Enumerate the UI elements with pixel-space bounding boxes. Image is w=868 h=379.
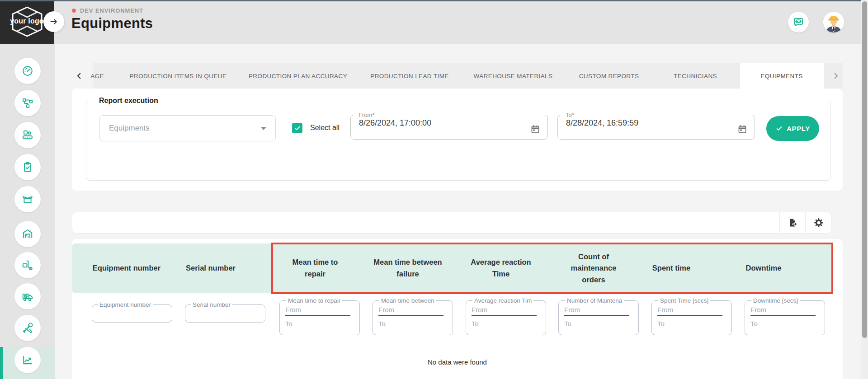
- filter-from-input[interactable]: [750, 304, 819, 315]
- sidebar-item-packages[interactable]: [14, 186, 41, 212]
- filter-from-input[interactable]: [564, 304, 633, 315]
- chevron-down-icon: [261, 127, 266, 130]
- production-conveyor-icon: [22, 129, 33, 141]
- sidebar-item-logistics[interactable]: [14, 252, 41, 278]
- to-date-input[interactable]: [565, 118, 714, 128]
- sidebar-item-warehouse[interactable]: [14, 221, 41, 247]
- tab-warehouse-materials[interactable]: WAREHOUSE MATERIALS: [474, 63, 553, 89]
- col-average-reaction-time: Average reaction Time: [462, 243, 539, 293]
- filter-from-input[interactable]: [657, 304, 726, 315]
- tab-production-lead-time[interactable]: PRODUCTION LEAD TIME: [370, 63, 449, 89]
- filter-label: Serial number: [191, 301, 232, 308]
- filter-label: Spent Time [secs]: [658, 297, 710, 304]
- package-open-box-icon: [22, 193, 33, 205]
- sidebar-item-reports[interactable]: [14, 347, 41, 373]
- arrow-right-icon: [49, 17, 58, 26]
- tab-production-items-in-queue[interactable]: PRODUCTION ITEMS IN QUEUE: [130, 63, 227, 89]
- filter-from-input[interactable]: [285, 304, 354, 315]
- workflow-nodes-icon: [22, 97, 33, 109]
- export-file-icon: [788, 218, 797, 228]
- page-title: Equipments: [71, 15, 153, 32]
- from-calendar-button[interactable]: [528, 122, 542, 136]
- environment-badge: DEV ENVIRONMENT: [72, 7, 143, 14]
- sidebar-item-orders[interactable]: [14, 154, 41, 180]
- filter-from-input[interactable]: [378, 304, 447, 315]
- filter-to-input[interactable]: [564, 318, 633, 329]
- select-all-checkbox[interactable]: [292, 123, 302, 133]
- tab-label: EQUIPMENTS: [760, 73, 802, 80]
- filter-to-input[interactable]: [750, 318, 819, 329]
- filter-divider: [378, 315, 443, 316]
- window-top-edge: [0, 0, 868, 1]
- report-type-select-value: Equipments: [109, 124, 261, 133]
- filter-divider: [472, 315, 537, 316]
- settings-gear-icon: [814, 218, 824, 228]
- tab-technicians[interactable]: TECHNICIANS: [674, 63, 717, 89]
- to-date-label: To*: [563, 112, 576, 118]
- filter-equipment-number-input[interactable]: [97, 308, 167, 319]
- sidebar-item-maintenance[interactable]: [14, 315, 41, 341]
- filter-number-of-maintenance: Number of Maintena: [558, 297, 639, 335]
- filter-divider: [564, 315, 629, 316]
- sidebar-nav: [0, 44, 55, 379]
- filter-to-input[interactable]: [378, 318, 447, 329]
- user-avatar: [823, 12, 844, 33]
- chevron-right-icon: [832, 72, 840, 80]
- apply-button[interactable]: APPLY: [766, 116, 819, 141]
- checklist-clipboard-icon: [22, 161, 33, 173]
- env-dot-icon: [72, 9, 76, 13]
- tabs-scroll-right-button[interactable]: [830, 70, 841, 81]
- check-icon: [775, 125, 783, 132]
- tab-label: PRODUCTION ITEMS IN QUEUE: [130, 73, 227, 80]
- table-settings-button[interactable]: [805, 212, 832, 233]
- filter-to-input[interactable]: [472, 318, 540, 329]
- col-serial-number: Serial number: [170, 243, 251, 293]
- tab-label: PRODUCTION PLAN ACCURACY: [249, 73, 347, 80]
- report-type-select[interactable]: Equipments: [99, 115, 276, 141]
- col-downtime: Downtime: [730, 243, 797, 293]
- tab-production-plan-accuracy[interactable]: PRODUCTION PLAN ACCURACY: [249, 63, 347, 89]
- check-icon: [294, 125, 301, 132]
- to-calendar-button[interactable]: [736, 122, 749, 136]
- report-execution-legend: Report execution: [95, 97, 162, 105]
- tab-age[interactable]: AGE: [90, 63, 104, 89]
- filter-label: Equipment number: [98, 301, 153, 308]
- env-label: DEV ENVIRONMENT: [80, 7, 143, 14]
- tab-label: PRODUCTION LEAD TIME: [370, 73, 449, 80]
- filter-equipment-number: Equipment number: [92, 301, 172, 323]
- page-scrollbar[interactable]: [861, 0, 868, 379]
- from-date-input[interactable]: [358, 118, 507, 128]
- sidebar-item-workflow[interactable]: [14, 90, 41, 116]
- col-count-of-maintenance-orders: Count of maintenance orders: [562, 243, 625, 293]
- filter-label: Average reaction Tim: [472, 297, 533, 304]
- sidebar-item-delivery[interactable]: [14, 283, 41, 309]
- sidebar-toggle-button[interactable]: [43, 11, 64, 32]
- filter-to-input[interactable]: [657, 318, 726, 329]
- tab-custom-reports[interactable]: CUSTOM REPORTS: [579, 63, 639, 89]
- table-toolbar: [72, 212, 832, 234]
- sidebar-item-production[interactable]: [14, 122, 41, 148]
- filter-spent-time: Spent Time [secs]: [651, 297, 732, 335]
- report-execution-card: Report execution Equipments Select all F…: [72, 89, 843, 191]
- dashboard-gauge-icon: [22, 65, 33, 77]
- filter-serial-number-input[interactable]: [190, 308, 260, 319]
- user-menu-button[interactable]: [823, 12, 844, 33]
- sidebar-item-dashboard[interactable]: [14, 58, 41, 84]
- col-mean-time-between-failure: Mean time between failure: [373, 243, 443, 293]
- empty-table-message: No data were found: [72, 358, 843, 366]
- from-date-label: From*: [356, 112, 377, 118]
- tabs-scroll-left-button[interactable]: [74, 70, 85, 81]
- scrollbar-thumb[interactable]: [862, 1, 867, 338]
- col-mean-time-to-repair: Mean time to repair: [284, 243, 346, 293]
- filter-downtime: Downtime [secs]: [745, 297, 825, 335]
- chat-assistant-button[interactable]: [788, 12, 809, 33]
- tab-label: WAREHOUSE MATERIALS: [474, 73, 553, 80]
- chevron-left-icon: [75, 72, 83, 80]
- calendar-icon: [530, 124, 540, 134]
- tab-equipments[interactable]: EQUIPMENTS: [760, 63, 802, 89]
- filter-to-input[interactable]: [285, 318, 354, 329]
- export-button[interactable]: [779, 212, 805, 233]
- filter-divider: [657, 315, 722, 316]
- select-all-label: Select all: [310, 124, 340, 132]
- filter-from-input[interactable]: [472, 304, 540, 315]
